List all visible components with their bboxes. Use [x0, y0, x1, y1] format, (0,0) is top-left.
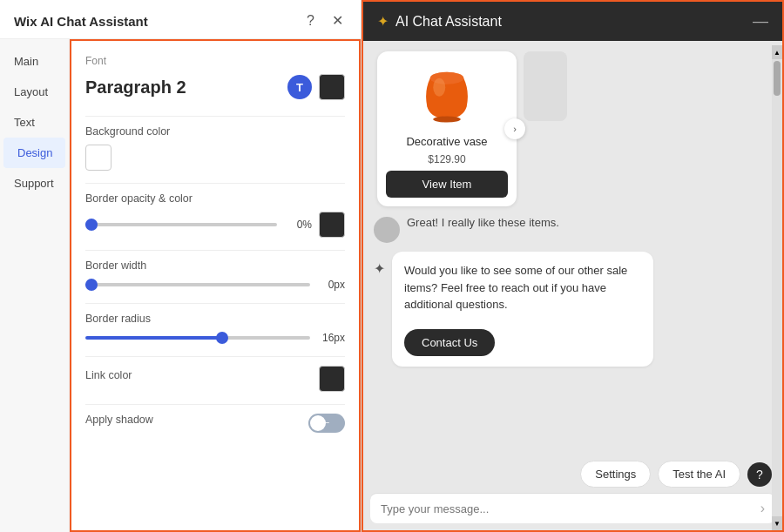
tab-layout[interactable]: Layout [0, 77, 69, 107]
chat-input-row: › [370, 493, 775, 523]
product-thumbnail [524, 51, 567, 121]
panel-body: Main Layout Text Design Support Font Par… [0, 39, 361, 532]
bg-color-row: Background color [85, 125, 345, 171]
link-color-label: Link color [85, 369, 132, 381]
chat-title: AI Chat Assistant [395, 14, 746, 30]
border-width-label: Border width [85, 259, 345, 272]
border-width-value: 0px [317, 279, 345, 291]
apply-shadow-label: Apply shadow [85, 414, 153, 426]
test-ai-button[interactable]: Test the AI [658, 461, 740, 488]
bg-color-label: Background color [85, 125, 345, 138]
nav-tabs: Main Layout Text Design Support [0, 39, 70, 532]
font-color-swatch[interactable] [319, 74, 345, 100]
font-type-icon[interactable]: T [287, 75, 312, 99]
shadow-row: Apply shadow – [85, 414, 345, 433]
svg-point-2 [433, 78, 445, 97]
ai-message-block: Would you like to see some of our other … [392, 252, 653, 367]
view-item-button[interactable]: View Item [386, 171, 508, 198]
minimize-icon[interactable]: — [753, 12, 768, 30]
tab-support[interactable]: Support [0, 168, 69, 199]
user-avatar [374, 217, 400, 243]
ai-bubble: Would you like to see some of our other … [392, 252, 653, 367]
border-opacity-thumb[interactable] [85, 219, 98, 231]
ai-message-text: Would you like to see some of our other … [404, 264, 627, 311]
border-radius-slider-row: 16px [85, 332, 345, 344]
link-color-swatch[interactable] [319, 366, 345, 392]
close-button[interactable]: ✕ [328, 12, 347, 30]
contact-us-button[interactable]: Contact Us [404, 329, 495, 356]
border-width-thumb[interactable] [85, 279, 98, 291]
design-content: Font Paragraph 2 T Background color Bord… [70, 39, 361, 532]
divider-3 [85, 250, 345, 251]
settings-button[interactable]: Settings [580, 461, 651, 488]
border-opacity-row: Border opacity & color 0% [85, 192, 345, 238]
scroll-thumb[interactable] [774, 61, 781, 96]
user-message-row: Great! I really like these items. [374, 215, 772, 243]
sparkle-icon: ✦ [377, 13, 389, 30]
border-opacity-label: Border opacity & color [85, 192, 345, 205]
product-name: Decorative vase [406, 135, 487, 148]
divider-6 [85, 404, 345, 405]
border-radius-value: 16px [317, 332, 345, 344]
scroll-down-arrow[interactable]: ▼ [772, 516, 782, 530]
product-image [403, 60, 490, 130]
chat-header: ✦ AI Chat Assistant — [363, 2, 782, 41]
border-opacity-value: 0% [284, 219, 312, 231]
divider-2 [85, 183, 345, 184]
panel-title: Wix AI Chat Assistant [14, 14, 148, 29]
header-icons: ? ✕ [303, 12, 347, 30]
border-radius-slider[interactable] [85, 336, 310, 340]
border-radius-row: Border radius 16px [85, 313, 345, 344]
border-radius-label: Border radius [85, 313, 345, 325]
next-product-arrow[interactable]: › [504, 118, 525, 139]
message-input[interactable] [381, 502, 754, 515]
svg-point-3 [433, 117, 461, 123]
border-width-row: Border width 0px [85, 259, 345, 291]
vase-image [416, 64, 477, 125]
tab-main[interactable]: Main [0, 46, 69, 77]
ai-message-row: ✦ Would you like to see some of our othe… [374, 252, 772, 367]
font-row: Paragraph 2 T [85, 74, 345, 100]
send-icon[interactable]: › [760, 501, 765, 516]
help-circle-button[interactable]: ? [747, 462, 772, 487]
tab-text[interactable]: Text [0, 107, 69, 138]
help-button[interactable]: ? [303, 12, 318, 30]
border-width-slider[interactable] [85, 283, 310, 286]
left-header: Wix AI Chat Assistant ? ✕ [0, 0, 361, 39]
border-width-slider-row: 0px [85, 279, 345, 291]
divider-5 [85, 356, 345, 357]
border-color-swatch[interactable] [319, 212, 345, 238]
divider-1 [85, 116, 345, 117]
product-price: $129.90 [428, 153, 465, 165]
scroll-up-arrow[interactable]: ▲ [772, 45, 782, 59]
product-card-row: Decorative vase $129.90 View Item › [374, 51, 772, 206]
border-opacity-slider[interactable] [85, 223, 277, 226]
font-name: Paragraph 2 [85, 77, 280, 98]
product-card: Decorative vase $129.90 View Item › [377, 51, 517, 206]
link-color-row: Link color [85, 366, 345, 392]
ai-sparkle-icon: ✦ [374, 260, 385, 277]
shadow-toggle[interactable]: – [308, 414, 345, 433]
right-panel: ✦ AI Chat Assistant — Decorative vase [362, 0, 784, 532]
border-opacity-slider-row: 0% [85, 212, 345, 238]
bg-color-swatch[interactable] [85, 145, 112, 171]
user-message: Great! I really like these items. [407, 215, 559, 231]
tab-design[interactable]: Design [3, 138, 65, 168]
bottom-buttons-row: Settings Test the AI ? [363, 455, 782, 493]
border-radius-thumb[interactable] [216, 332, 228, 344]
chat-body: Decorative vase $129.90 View Item › Grea… [363, 41, 782, 455]
scroll-bar: ▲ ▼ [772, 45, 782, 530]
divider-4 [85, 303, 345, 304]
left-panel: Wix AI Chat Assistant ? ✕ Main Layout Te… [0, 0, 362, 532]
font-label: Font [85, 55, 345, 67]
